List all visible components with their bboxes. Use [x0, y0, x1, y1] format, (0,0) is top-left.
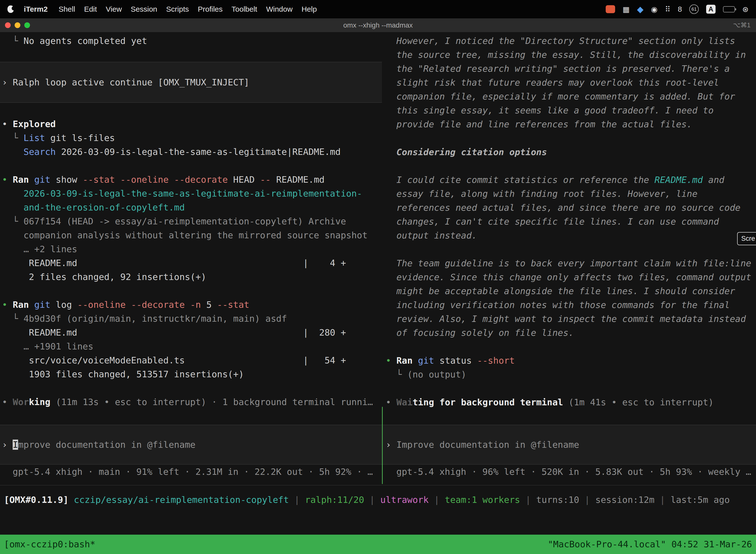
terminal-line [386, 131, 751, 145]
window-title-bar[interactable]: omx --xhigh --madmax ⌥⌘1 [0, 18, 756, 32]
menu-item-profiles[interactable]: Profiles [198, 5, 223, 13]
terminal-text-segment: --short [477, 355, 515, 366]
terminal-text-segment: team:1 workers [445, 495, 520, 505]
menu-item-help[interactable]: Help [302, 5, 317, 13]
model-status-right: gpt-5.4 xhigh · 96% left · 520K in · 5.8… [396, 465, 751, 479]
menu-item-toolbelt[interactable]: Toolbelt [232, 5, 257, 13]
terminal-text-segment: -n [190, 299, 201, 310]
terminal-line: I could cite commit statistics or refere… [386, 173, 751, 187]
terminal-text-segment [2, 147, 23, 157]
terminal-text-segment: the "Related research writing" section i… [386, 63, 730, 74]
terminal-text-segment: mprove documentation in @filename [18, 440, 195, 450]
prompt-input-right[interactable]: › Improve documentation in @filename [383, 425, 756, 465]
terminal-text-segment: turns:10 [536, 495, 579, 505]
window-shortcut-badge: ⌥⌘1 [733, 21, 751, 29]
menu-items: ShellEditViewSessionScriptsProfilesToolb… [59, 5, 326, 13]
terminal-line [2, 284, 373, 298]
terminal-line: … +1901 lines [2, 340, 373, 353]
agents-status-line: └ No agents completed yet [2, 34, 147, 48]
terminal-line: README.md | 4 + [2, 256, 373, 270]
minimize-button[interactable] [15, 22, 20, 28]
terminal-text-segment: essay file, along with finding root file… [386, 189, 697, 199]
ralph-loop-banner: › Ralph loop active continue [OMX_TMUX_I… [0, 62, 382, 103]
terminal-line: › Improve documentation in @filename [386, 438, 579, 452]
zoom-button[interactable] [24, 22, 30, 28]
terminal-line: └ (no output) [386, 368, 751, 382]
apple-menu-icon[interactable] [7, 5, 14, 13]
menu-item-session[interactable]: Session [131, 5, 157, 13]
menu-item-view[interactable]: View [106, 5, 122, 13]
terminal-text-segment: | [289, 495, 305, 505]
close-button[interactable] [5, 22, 11, 28]
terminal-line: this single essay, it seems like a good … [386, 104, 751, 117]
terminal-line: 2026-03-09-is-legal-the-same-as-legitima… [2, 187, 373, 201]
terminal-line: Considering citation options [386, 145, 751, 159]
input-source-icon[interactable]: A [706, 5, 715, 14]
terminal-line: … +2 lines [2, 242, 373, 256]
menu-item-shell[interactable]: Shell [59, 5, 75, 13]
terminal-pane-right[interactable]: However, I noticed the "Directory Struct… [383, 32, 756, 485]
meter-61-icon[interactable]: 61 [689, 4, 699, 14]
terminal-text-segment: src/voice/voiceModeEnabled.ts | 54 + [2, 355, 346, 365]
prompt-input-left[interactable]: › Improve documentation in @filename [0, 425, 382, 465]
terminal-line: • Ran git show --stat --oneline --decora… [2, 173, 373, 187]
menu-bar-status-icons: ▦ ◆ ◉ ⠿ 8 61 A ⊛ [606, 4, 749, 14]
terminal-text-segment: status [434, 355, 477, 366]
window-grid-icon[interactable]: ▦ [623, 5, 630, 14]
terminal-line: README.md | 280 + [2, 326, 373, 340]
terminal-text-segment: Improve documentation in @filename [396, 440, 579, 450]
terminal-text-segment [29, 299, 34, 310]
terminal-text-segment: the source tree, missing the essay. Stil… [386, 50, 746, 60]
apps-grid-icon[interactable]: ⠿ [665, 5, 671, 14]
terminal-text-segment: Ran [13, 174, 29, 185]
terminal-line: However, I noticed the "Directory Struct… [386, 34, 751, 48]
terminal-panes: └ No agents completed yet › Ralph loop a… [0, 32, 756, 485]
terminal-text-segment: Wor [13, 397, 29, 407]
terminal-text-segment: … +1901 lines [2, 341, 93, 351]
terminal-text-segment: --stat --oneline --decorate [82, 174, 228, 185]
terminal-text-segment: • [2, 119, 13, 129]
terminal-pane-left[interactable]: └ No agents completed yet › Ralph loop a… [0, 32, 382, 485]
terminal-text-segment: └ 067f154 (HEAD -> essay/ai-reimplementa… [2, 216, 346, 226]
terminal-line: of focusing solely on file lines. [386, 326, 751, 340]
terminal-text-segment: Search [23, 147, 56, 157]
screen-recording-indicator-icon[interactable] [606, 5, 615, 13]
tmux-session-label: [omx-cczip0:bash* [4, 535, 95, 554]
terminal-line: • Waiting for background terminal (1m 41… [386, 395, 751, 409]
terminal-text-segment: 1903 files changed, 513517 insertions(+) [2, 369, 244, 379]
terminal-text-segment [413, 355, 418, 366]
terminal-text-segment: › [2, 77, 13, 88]
terminal-text-segment: (1m 41s • esc to interrupt) [563, 397, 713, 407]
terminal-line: src/voice/voiceModeEnabled.ts | 54 + [2, 353, 373, 367]
terminal-line: › Ralph loop active continue [OMX_TMUX_I… [2, 75, 249, 89]
terminal-text-segment: output instead. [386, 230, 477, 240]
terminal-text-segment: | [654, 495, 671, 505]
circle-app-icon[interactable]: ◉ [651, 5, 657, 14]
terminal-text-segment: companion analysis without altering the … [2, 230, 368, 240]
terminal-line: └ No agents completed yet [2, 34, 147, 48]
terminal-text-segment: └ (no output) [386, 369, 466, 380]
blue-app-icon[interactable]: ◆ [637, 4, 643, 14]
key-8-icon[interactable]: 8 [678, 5, 682, 13]
menu-app-name[interactable]: iTerm2 [24, 5, 48, 13]
terminal-text-segment: README.md [654, 175, 703, 185]
menu-item-window[interactable]: Window [266, 5, 293, 13]
terminal-text-segment: --stat [217, 299, 249, 310]
terminal-line: the source tree, missing the essay. Stil… [386, 48, 751, 62]
menu-item-edit[interactable]: Edit [84, 5, 97, 13]
terminal-text-segment: 2 files changed, 92 insertions(+) [2, 272, 206, 282]
terminal-text-segment: ralph:11/20 [305, 495, 364, 505]
terminal-line: • Explored [2, 117, 373, 131]
terminal-line: provide file and line references from th… [386, 117, 751, 131]
menu-item-scripts[interactable]: Scripts [166, 5, 189, 13]
terminal-text-segment: Explored [13, 119, 56, 129]
battery-icon[interactable] [723, 6, 735, 12]
terminal-line: might be acceptable alongside the file l… [386, 284, 751, 298]
terminal-line: changes, I can't cite specific file line… [386, 215, 751, 229]
terminal-text-segment: • [386, 397, 396, 407]
terminal-line: Search 2026-03-09-is-legal-the-same-as-l… [2, 145, 373, 159]
prompt-input-left-text: › Improve documentation in @filename [2, 438, 195, 452]
terminal-text-segment: └ [2, 133, 23, 143]
terminal-text-segment: └ 4b9d30f (origin/main, instructkr/main,… [2, 314, 287, 324]
fan-icon[interactable]: ⊛ [742, 5, 749, 14]
